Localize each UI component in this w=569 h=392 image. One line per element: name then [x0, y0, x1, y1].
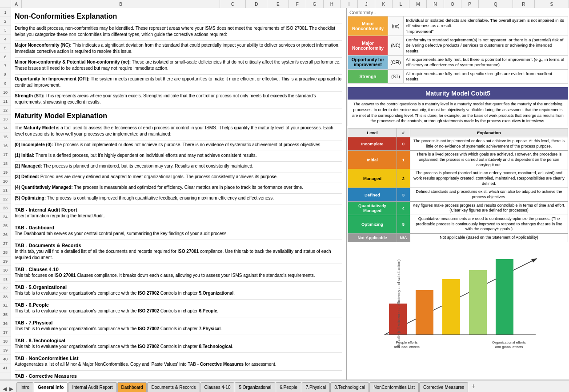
- conf-code-2: (OFI): [388, 56, 404, 70]
- maturity-intro: The answer to the control questions is a…: [348, 100, 568, 126]
- level0-text: (0) Incomplete (0): The process is not i…: [15, 142, 342, 148]
- tab-5[interactable]: Clauses 4-10: [200, 382, 235, 392]
- add-tab-button[interactable]: +: [469, 382, 478, 390]
- row-23: 23: [0, 204, 11, 212]
- row-35: 35: [0, 310, 11, 319]
- mat-level-1: Initial: [348, 151, 397, 169]
- maturity-model-bold: Maturity Model: [24, 125, 55, 130]
- svg-rect-5: [496, 259, 513, 335]
- tab-title-4: TAB - 5.Organizational: [15, 284, 342, 290]
- level1-desc: There is a defined process, but it's hig…: [36, 153, 257, 158]
- mat-col-num: #: [397, 128, 410, 137]
- svg-rect-3: [442, 279, 460, 335]
- tab-10[interactable]: NonConformities List: [369, 382, 419, 392]
- tab-prev-btn[interactable]: ◀: [2, 386, 8, 392]
- tab-2[interactable]: Internal Audit Report: [68, 382, 116, 392]
- level0-row: (0) Incomplete (0): The process is not i…: [15, 142, 342, 151]
- level5-desc: The process is continually improved thro…: [47, 196, 274, 200]
- mat-num-4: 4: [397, 201, 410, 215]
- tab-11[interactable]: Corrective Measures: [419, 382, 468, 392]
- conf-label-1: Major Nonconformity: [348, 36, 388, 56]
- col-C: C: [220, 0, 246, 8]
- tab-navigation: ◀ ▶: [2, 386, 14, 392]
- major-nc-text: Major Nonconformity (NC): This indicates…: [15, 42, 342, 55]
- tab-desc-2: In this tab, you will find a detailed li…: [15, 248, 342, 261]
- tab-section-1: TAB - Dashboard The Dashboard tab serves…: [15, 225, 342, 240]
- tab-9[interactable]: 8.Technological: [330, 382, 369, 392]
- tab-4[interactable]: Documents & Records: [147, 382, 200, 392]
- tab-0[interactable]: Intro: [16, 382, 33, 392]
- conformity-label: Conformity -: [348, 9, 568, 16]
- row-15: 15: [0, 132, 11, 141]
- level1-label: (1) Initial:: [15, 153, 34, 158]
- mat-level-5: Optimizing: [348, 215, 397, 234]
- tab-next-btn[interactable]: ▶: [8, 386, 14, 392]
- minor-nc-text: Minor Non-conformity & Potential Non-con…: [15, 59, 342, 72]
- row-25: 25: [0, 221, 11, 230]
- conf-desc-2: All requirements are fully met, but ther…: [404, 56, 568, 70]
- ofi-text: Opportunity for Improvement (OFI): The s…: [15, 76, 342, 88]
- level3-desc: Procedures are clearly defined and adapt…: [40, 174, 278, 179]
- tab-title-7: TAB - 8.Technological: [15, 338, 342, 343]
- conf-label-2: Opportunity for improvement: [348, 56, 388, 70]
- col-B: B: [22, 0, 220, 8]
- tab-sections: TAB - Internal Audit Report Insert infor…: [15, 207, 342, 380]
- level3-text: (3) Defined: Procedures are clearly defi…: [15, 174, 342, 180]
- tab-1[interactable]: General Info: [34, 382, 68, 392]
- col-P: P: [461, 0, 479, 8]
- maturity-intro-rest: is a tool used to assess the effectivene…: [15, 125, 333, 136]
- svg-rect-2: [416, 290, 433, 335]
- maturity-row-1: Initial 1 There is a lived process with …: [348, 151, 568, 169]
- row-32: 32: [0, 284, 11, 292]
- maturity-row-6: Not Applicable N/A Not applicable (Based…: [348, 234, 568, 242]
- row-6: 6: [0, 52, 11, 61]
- row-40: 40: [0, 355, 11, 364]
- tab-desc-1: The Dashboard tab serves as your central…: [15, 231, 342, 237]
- row-31: 31: [0, 275, 11, 284]
- mat-desc-2: The process is planned (carried out in a…: [410, 169, 568, 188]
- tab-bar: ◀ ▶ IntroGeneral InfoInternal Audit Repo…: [0, 380, 569, 392]
- tab-section-9: TAB - Corrective Measures Use this list …: [15, 373, 342, 380]
- row-39: 39: [0, 346, 11, 355]
- row-13: 13: [0, 115, 11, 124]
- maturity-title: Maturity Model Explanation: [15, 112, 342, 120]
- row-4: 4: [0, 35, 11, 44]
- conformity-row-2: Opportunity for improvement (OFI) All re…: [348, 56, 568, 70]
- row-37: 37: [0, 328, 11, 337]
- row-9: 9: [0, 79, 11, 88]
- tab-desc-6: This tab is to evaluate your organizatio…: [15, 326, 342, 332]
- tab-title-5: TAB - 6.People: [15, 302, 342, 308]
- row-10: 10: [0, 88, 11, 97]
- corner-cell: [0, 0, 11, 8]
- level0-desc: The process is not implemented or does n…: [54, 142, 321, 147]
- tab-3[interactable]: Dashboard: [117, 382, 147, 392]
- tab-desc-4: This tab is to evaluate your organizatio…: [15, 290, 342, 296]
- tab-desc-5: This tab is to evaluate your organizatio…: [15, 308, 342, 314]
- level5-row: (5) Optimizing: The process is continual…: [15, 195, 342, 204]
- tab-6[interactable]: 5.Organizational: [235, 382, 275, 392]
- row-41: 41: [0, 364, 11, 372]
- tab-title-3: TAB - Clauses 4-10: [15, 267, 342, 272]
- tab-title-8: TAB - NonConformities List: [15, 356, 342, 361]
- col-N: N: [427, 0, 444, 8]
- col-O: O: [444, 0, 461, 8]
- row-numbers: 1 2 3 4 5 6 7 8 9 10 11 12 13 14 15 16 1…: [0, 8, 11, 380]
- row-30: 30: [0, 266, 11, 275]
- level2-row: (2) Managed: The process is planned and …: [15, 163, 342, 172]
- row-3: 3: [0, 26, 11, 35]
- mat-num-3: 3: [397, 188, 410, 201]
- svg-text:Results (effectiveness, effici: Results (effectiveness, efficiency and s…: [397, 260, 401, 348]
- conformity-row-3: Strengh (ST) All requirements are fully …: [348, 69, 568, 84]
- tab-section-2: TAB - Documents & Records In this tab, y…: [15, 243, 342, 264]
- row-22: 22: [0, 195, 11, 204]
- tab-8[interactable]: 7.Physical: [302, 382, 330, 392]
- maturity-row-5: Optimizing 5 Quantitative measurements a…: [348, 215, 568, 234]
- col-H: H: [324, 0, 341, 8]
- minor-nc-row: Minor Non-conformity & Potential Non-con…: [15, 59, 342, 75]
- tab-7[interactable]: 6.People: [276, 382, 301, 392]
- conf-desc-0: Individual or isolated defects are ident…: [404, 16, 568, 36]
- row-33: 33: [0, 292, 11, 301]
- col-Q: Q: [479, 0, 513, 8]
- row-16: 16: [0, 141, 11, 150]
- tab-section-6: TAB - 7.Physical This tab is to evaluate…: [15, 320, 342, 335]
